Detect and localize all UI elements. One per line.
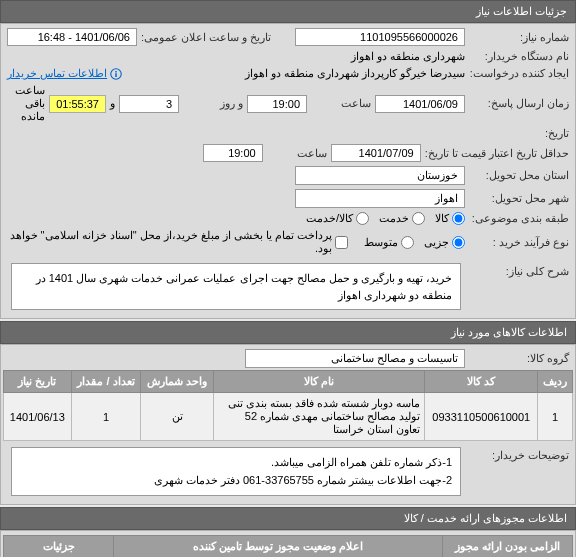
goods-section-title: اطلاعات کالاهای مورد نیاز: [451, 326, 567, 338]
col-date: تاریخ نیاز: [4, 371, 72, 393]
buyer-org-value: شهرداری منطقه دو اهواز: [351, 50, 465, 63]
hour-label-2: ساعت: [267, 147, 327, 160]
radio-process-all[interactable]: جزیی: [424, 236, 465, 249]
need-desc-box: خرید، تهیه و بارگیری و حمل مصالح جهت اجر…: [11, 263, 461, 310]
panel-title: جزئیات اطلاعات نیاز: [0, 0, 576, 23]
send-date-field: 1401/06/09: [375, 95, 465, 113]
send-date-label: زمان ارسال پاسخ:: [469, 97, 569, 110]
until-days-field: 3: [119, 95, 179, 113]
contact-link-text: اطلاعات تماس خریدار: [7, 67, 107, 80]
goods-panel: گروه کالا: تاسیسات و مصالح ساختمانی ردیف…: [0, 344, 576, 505]
radio-goods-service[interactable]: کالا/خدمت: [306, 212, 369, 225]
radio-goods-service-input[interactable]: [356, 212, 369, 225]
cell-idx: 1: [538, 393, 573, 441]
permits-section-header: اطلاعات مجوزهای ارائه خدمت / کالا: [0, 507, 576, 530]
need-desc-label: شرح کلی نیاز:: [469, 259, 569, 278]
announce-label: تاریخ و ساعت اعلان عمومی:: [141, 31, 271, 44]
col-code: کد کالا: [425, 371, 538, 393]
creator-label: ایجاد کننده درخواست:: [469, 67, 569, 80]
radio-goods-service-label: کالا/خدمت: [306, 212, 353, 225]
col-unit: واحد شمارش: [141, 371, 214, 393]
payment-checkbox-input[interactable]: [335, 236, 348, 249]
remain-label: ساعت باقی مانده: [7, 84, 45, 123]
radio-service[interactable]: خدمت: [379, 212, 425, 225]
buyer-org-label: نام دستگاه خریدار:: [469, 50, 569, 63]
radio-service-input[interactable]: [412, 212, 425, 225]
send-hour-field: 19:00: [247, 95, 307, 113]
buyer-note-2: 2-جهت اطلاعات بیشتر شماره 33765755-061 د…: [20, 472, 452, 490]
col-mandatory: الزامی بودن ارائه مجوز: [443, 536, 573, 557]
payment-checkbox[interactable]: پرداخت تمام یا بخشی از مبلغ خرید،از محل …: [7, 229, 348, 255]
col-status: اعلام وضعیت مجوز توسط تامین کننده: [114, 536, 443, 557]
payment-note-label: پرداخت تمام یا بخشی از مبلغ خرید،از محل …: [7, 229, 332, 255]
goods-group-label: گروه کالا:: [469, 352, 569, 365]
svg-rect-1: [115, 73, 117, 77]
goods-section-header: اطلاعات کالاهای مورد نیاز: [0, 321, 576, 344]
goods-table: ردیف کد کالا نام کالا واحد شمارش تعداد /…: [3, 370, 573, 441]
min-validity-date-field: 1401/07/09: [331, 144, 421, 162]
announce-field: 1401/06/06 - 16:48: [7, 28, 137, 46]
cell-code: 0933110500610001: [425, 393, 538, 441]
table-row: 1 0933110500610001 ماسه دوبار شسته شده ف…: [4, 393, 573, 441]
min-validity-hour-field: 19:00: [203, 144, 263, 162]
goods-group-field: تاسیسات و مصالح ساختمانی: [245, 349, 465, 368]
process-radios: جزیی متوسط: [364, 236, 465, 249]
city-label: شهر محل تحویل:: [469, 192, 569, 205]
radio-process-mid[interactable]: متوسط: [364, 236, 414, 249]
by-date-label: تاریخ:: [469, 127, 569, 140]
info-panel: شماره نیاز: 1101095566000026 تاریخ و ساع…: [0, 23, 576, 319]
cell-qty: 1: [71, 393, 141, 441]
info-icon: [110, 68, 122, 80]
min-validity-label: حداقل تاریخ اعتبار قیمت تا تاریخ:: [425, 147, 569, 160]
creator-value: سیدرضا خیرگو کارپرداز شهرداری منطقه دو ا…: [245, 67, 465, 80]
permits-header-row: الزامی بودن ارائه مجوز اعلام وضعیت مجوز …: [4, 536, 573, 557]
province-field: خوزستان: [295, 166, 465, 185]
permits-panel: الزامی بودن ارائه مجوز اعلام وضعیت مجوز …: [0, 530, 576, 557]
col-idx: ردیف: [538, 371, 573, 393]
cell-date: 1401/06/13: [4, 393, 72, 441]
permits-section-title: اطلاعات مجوزهای ارائه خدمت / کالا: [404, 512, 567, 524]
permits-table: الزامی بودن ارائه مجوز اعلام وضعیت مجوز …: [3, 535, 573, 557]
budget-type-label: طبقه بندی موضوعی:: [469, 212, 569, 225]
col-name: نام کالا: [214, 371, 425, 393]
until-label: و روز: [183, 97, 243, 110]
need-no-field: 1101095566000026: [295, 28, 465, 46]
radio-process-mid-label: متوسط: [364, 236, 398, 249]
buyer-notes-label: توضیحات خریدار:: [469, 443, 569, 462]
panel-title-text: جزئیات اطلاعات نیاز: [476, 5, 567, 17]
process-label: نوع فرآیند خرید :: [469, 236, 569, 249]
goods-table-header-row: ردیف کد کالا نام کالا واحد شمارش تعداد /…: [4, 371, 573, 393]
col-details: جزئیات: [4, 536, 114, 557]
col-qty: تعداد / مقدار: [71, 371, 141, 393]
city-field: اهواز: [295, 189, 465, 208]
buyer-notes-box: 1-ذکر شماره تلفن همراه الزامی میباشد. 2-…: [11, 447, 461, 496]
buyer-note-1: 1-ذکر شماره تلفن همراه الزامی میباشد.: [20, 454, 452, 472]
countdown-timer: 01:55:37: [49, 95, 106, 113]
budget-type-radios: کالا خدمت کالا/خدمت: [306, 212, 465, 225]
radio-process-all-label: جزیی: [424, 236, 449, 249]
cell-unit: تن: [141, 393, 214, 441]
contact-link[interactable]: اطلاعات تماس خریدار: [7, 67, 122, 80]
cell-name: ماسه دوبار شسته شده فاقد بسته بندی تنی ت…: [214, 393, 425, 441]
and-label: و: [110, 97, 115, 110]
need-no-label: شماره نیاز:: [469, 31, 569, 44]
radio-process-all-input[interactable]: [452, 236, 465, 249]
hour-label-1: ساعت: [311, 97, 371, 110]
radio-process-mid-input[interactable]: [401, 236, 414, 249]
svg-rect-2: [115, 71, 117, 73]
radio-goods[interactable]: کالا: [435, 212, 465, 225]
radio-goods-label: کالا: [435, 212, 449, 225]
province-label: استان محل تحویل:: [469, 169, 569, 182]
radio-goods-input[interactable]: [452, 212, 465, 225]
radio-service-label: خدمت: [379, 212, 409, 225]
